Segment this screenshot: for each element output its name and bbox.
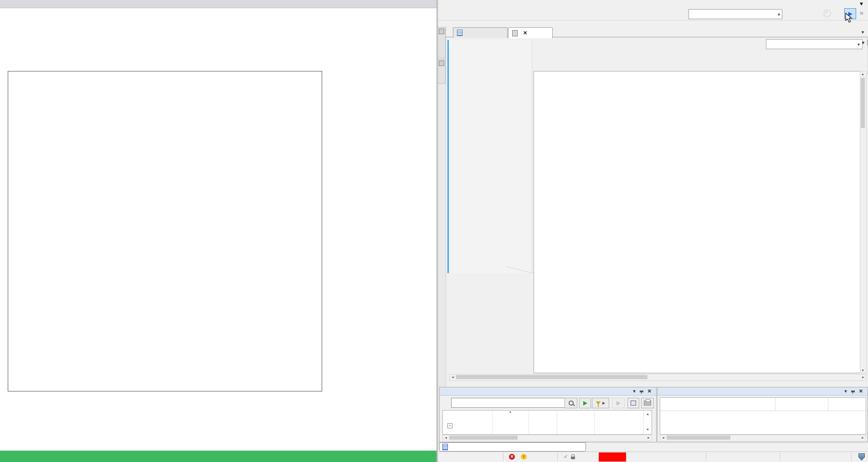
cross-reference-titlebar: ▾ ✕ [440,387,656,396]
dock-tab-pous[interactable] [438,59,446,84]
left-menubar [0,0,437,8]
chevron-right-icon: ▶ [602,401,605,405]
dock-tab-devices[interactable] [438,27,446,58]
scroll-right-icon[interactable]: ► [862,376,865,379]
statusbar: ✕ ! ✓ [438,452,868,462]
watch-panel: ▾ ✕ ◄ ► [657,387,868,442]
warning-icon: ! [521,454,527,460]
close-icon[interactable]: ✕ [523,30,527,36]
tab-example-st[interactable] [453,27,508,38]
pous-icon [439,61,444,66]
close-icon[interactable]: ✕ [647,388,652,394]
mqtt-engine-client-window [0,0,437,462]
error-icon: ✕ [509,454,515,460]
cross-reference-table: ▴ ▲ ▼ − [442,410,652,435]
components-filter-combo[interactable]: ▾ [766,39,863,49]
status-build: ✕ ! [507,454,531,460]
messages-icon [442,444,448,450]
st-document-icon [457,30,462,36]
log-vertical-scrollbar[interactable]: ▲ ▼ [860,71,867,373]
scroll-left-icon[interactable]: ◄ [451,376,454,379]
gray-arrow-icon [616,401,621,406]
jump-button[interactable] [612,398,625,408]
chevron-down-icon: ▾ [858,42,860,47]
scrollbar-thumb[interactable] [861,78,865,128]
watch-horizontal-scrollbar[interactable]: ◄ ► [660,435,866,442]
scroll-down-icon[interactable]: ▼ [861,369,864,372]
build-icon[interactable] [823,10,831,17]
status-precompile: ✓ [562,454,575,460]
devices-icon [439,29,444,34]
funnel-icon [596,401,601,405]
lock-icon [571,457,575,459]
messages-bar[interactable] [439,442,586,452]
active-application-combo[interactable]: ▾ [688,9,782,19]
watch-titlebar: ▾ ✕ [657,387,868,396]
scroll-up-icon[interactable]: ▲ [861,72,864,76]
device-sidebar [449,40,532,273]
page-horizontal-scrollbar[interactable]: ◄ ► [449,374,867,381]
filter-overflow-chevron-icon[interactable]: ▼ [861,41,865,45]
stop-icon: ■ [860,10,863,16]
left-dock-strip [438,26,446,450]
printer-icon [644,401,651,406]
status-stop-badge [599,452,626,462]
chevron-down-icon: ▾ [778,12,780,17]
close-icon[interactable]: ✕ [859,388,863,394]
tree-collapse-icon[interactable]: − [447,423,452,428]
green-arrow-icon [583,401,587,406]
stop-button[interactable]: ■ [858,9,865,16]
crossref-horizontal-scrollbar[interactable]: ◄ ► [442,435,652,442]
trial-bar [0,451,437,462]
search-icon [569,401,574,406]
log-table [534,71,861,373]
toolbar: ▾ ✕ ▶ ■ [438,7,868,20]
watch-table [660,397,866,435]
go-button[interactable] [579,398,591,408]
scroll-down-icon[interactable]: ▼ [646,428,649,431]
scrollbar-thumb[interactable] [456,375,647,379]
tab-device[interactable]: ✕ [508,27,553,38]
panel-icon [631,401,636,406]
dock-view-button[interactable] [627,398,639,408]
menubar [438,0,868,7]
print-button[interactable] [641,398,654,408]
chevron-down-icon[interactable]: ▾ [844,388,847,394]
sort-asc-icon: ▴ [509,410,511,414]
cross-reference-panel: ▾ ✕ ▶ ▴ [439,387,657,442]
device-icon [512,30,518,36]
chevron-down-icon[interactable]: ▾ [633,388,636,394]
pin-icon[interactable] [851,391,855,392]
pin-icon[interactable] [640,391,643,392]
cross-reference-toolbar: ▶ [440,397,656,408]
shield-icon [858,453,865,461]
screen: ▼ ▾ ✕ ▶ ■ [0,0,868,462]
crossref-search-input[interactable] [451,398,567,408]
mqtt-tag-panel [8,71,322,391]
search-button[interactable] [565,398,577,408]
chevron-down-icon[interactable]: ▼ [859,1,864,6]
tab-overflow-chevron-icon[interactable]: ▼ [861,30,865,35]
scroll-up-icon[interactable]: ▲ [646,412,649,416]
mouse-cursor [845,13,853,24]
filter-button[interactable]: ▶ [592,398,609,408]
codesys-window: ▼ ▾ ✕ ▶ ■ [437,0,868,462]
